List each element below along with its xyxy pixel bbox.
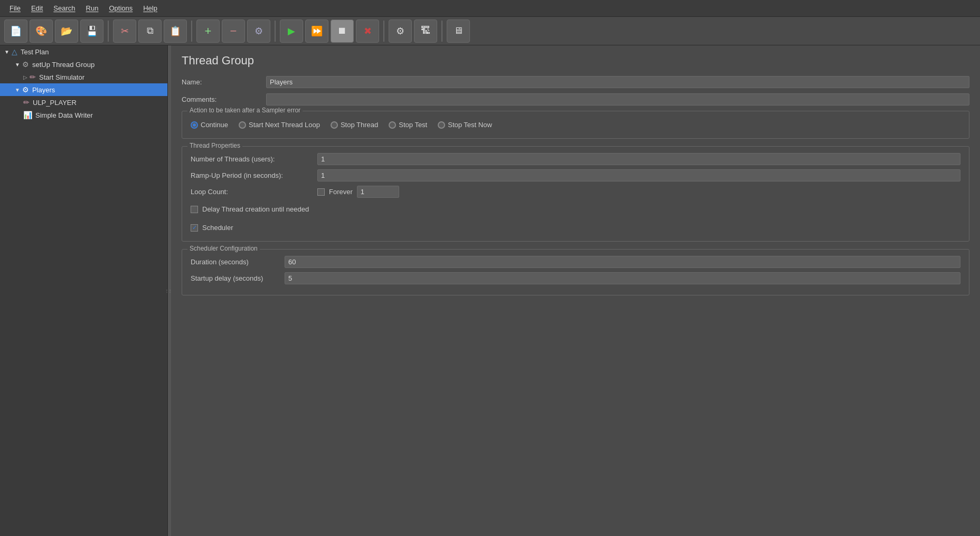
add-button[interactable]: +	[196, 20, 220, 43]
script-icon-ulp: ✏	[23, 98, 30, 107]
radio-label-stop-test: Stop Test	[399, 121, 427, 129]
scheduler-config-title: Scheduler Configuration	[187, 245, 260, 252]
radio-label-stop-thread: Stop Thread	[341, 121, 378, 129]
sidebar-item-players[interactable]: ▼ ⚙ Players	[0, 83, 167, 96]
comments-row: Comments:	[182, 93, 969, 106]
stop-button[interactable]: ⏹	[331, 20, 354, 43]
loop-count-row: Loop Count: Forever	[191, 186, 960, 198]
ramp-up-input[interactable]	[317, 169, 960, 181]
radio-circle-continue	[191, 121, 198, 129]
scheduler-row: ✓ Scheduler	[191, 224, 960, 232]
expand-icon-simulator: ▷	[23, 74, 27, 80]
settings-button[interactable]: ⚙	[247, 20, 270, 43]
cut-button[interactable]: ✂	[113, 20, 136, 43]
menu-run[interactable]: Run	[81, 2, 104, 14]
script-icon-simulator: ✏	[30, 73, 36, 81]
action-section-title: Action to be taken after a Sampler error	[187, 107, 303, 114]
thread-properties-title: Thread Properties	[187, 142, 242, 149]
duration-input[interactable]	[285, 256, 960, 268]
num-threads-row: Number of Threads (users):	[191, 153, 960, 165]
radio-continue[interactable]: Continue	[191, 121, 228, 129]
gear-icon-players: ⚙	[22, 85, 29, 94]
startup-delay-label: Startup delay (seconds)	[191, 274, 280, 282]
name-input[interactable]	[266, 76, 969, 88]
ramp-up-row: Ramp-Up Period (in seconds):	[191, 169, 960, 181]
ramp-up-label: Ramp-Up Period (in seconds):	[191, 171, 312, 179]
copy-button[interactable]: ⧉	[138, 20, 162, 43]
radio-stop-test-now[interactable]: Stop Test Now	[438, 121, 492, 129]
comments-input[interactable]	[266, 93, 969, 106]
open-template-button[interactable]: 🎨	[30, 20, 53, 43]
sidebar-item-label-simulator: Start Simulator	[39, 73, 84, 81]
menu-edit[interactable]: Edit	[26, 2, 48, 14]
remove-button[interactable]: −	[222, 20, 245, 43]
sidebar: ▼ △ Test Plan ▼ ⚙ setUp Thread Group ▷ ✏…	[0, 45, 168, 536]
menubar: File Edit Search Run Options Help	[0, 0, 980, 17]
radio-start-next-thread-loop[interactable]: Start Next Thread Loop	[239, 121, 320, 129]
remote-button[interactable]: 🖥	[447, 20, 470, 43]
radio-stop-test[interactable]: Stop Test	[389, 121, 427, 129]
delay-thread-row: Delay Thread creation until needed	[191, 205, 960, 213]
num-threads-input[interactable]	[317, 153, 960, 165]
open-button[interactable]: 📂	[55, 20, 78, 43]
start-no-pause-button[interactable]: ⏩	[305, 20, 328, 43]
sidebar-item-ulp-player[interactable]: ✏ ULP_PLAYER	[0, 96, 167, 109]
paste-button[interactable]: 📋	[164, 20, 187, 43]
startup-delay-input[interactable]	[285, 272, 960, 284]
radio-label-stop-test-now: Stop Test Now	[448, 121, 492, 129]
sidebar-item-label-players: Players	[32, 86, 55, 94]
duration-label: Duration (seconds)	[191, 258, 280, 266]
startup-delay-row: Startup delay (seconds)	[191, 272, 960, 284]
radio-circle-start-next	[239, 121, 246, 129]
radio-label-continue: Continue	[201, 121, 228, 129]
toolbar-separator-4	[383, 21, 384, 42]
num-threads-label: Number of Threads (users):	[191, 155, 312, 163]
forever-checkbox[interactable]	[317, 188, 325, 196]
radio-circle-stop-test-now	[438, 121, 445, 129]
new-button[interactable]: 📄	[4, 20, 27, 43]
toolbar-separator-2	[191, 21, 192, 42]
save-button[interactable]: 💾	[80, 20, 103, 43]
sidebar-item-setup-thread-group[interactable]: ▼ ⚙ setUp Thread Group	[0, 58, 167, 71]
start-button[interactable]: ▶	[280, 20, 303, 43]
radio-circle-stop-test	[389, 121, 396, 129]
data-icon-writer: 📊	[23, 111, 32, 119]
menu-help[interactable]: Help	[138, 2, 163, 14]
scheduler-config-section: Scheduler Configuration Duration (second…	[182, 249, 969, 295]
shutdown-button[interactable]: ✖	[356, 20, 379, 43]
name-row: Name:	[182, 76, 969, 88]
scheduler-label: Scheduler	[202, 224, 233, 232]
expand-icon-test-plan: ▼	[4, 49, 10, 55]
action-radio-group: Continue Start Next Thread Loop Stop Thr…	[191, 118, 960, 132]
scheduler-checkbox[interactable]: ✓	[191, 224, 198, 232]
expand-icon-players: ▼	[15, 87, 20, 93]
sidebar-item-test-plan[interactable]: ▼ △ Test Plan	[0, 45, 167, 58]
action-section: Action to be taken after a Sampler error…	[182, 111, 969, 139]
sidebar-item-label-ulp: ULP_PLAYER	[33, 99, 77, 107]
toolbar-separator-3	[275, 21, 276, 42]
radio-stop-thread[interactable]: Stop Thread	[331, 121, 378, 129]
menu-options[interactable]: Options	[103, 2, 138, 14]
toolbar-separator-5	[441, 21, 442, 42]
testplan-icon: △	[12, 47, 17, 56]
delay-thread-checkbox[interactable]	[191, 206, 198, 213]
forever-label: Forever	[329, 188, 353, 196]
expand-icon-setup: ▼	[15, 62, 20, 68]
loop-count-input[interactable]	[357, 186, 399, 198]
thread-props-grid: Number of Threads (users): Ramp-Up Perio…	[191, 153, 960, 235]
page-title: Thread Group	[182, 54, 969, 68]
gear-icon-setup: ⚙	[22, 60, 29, 69]
sidebar-item-simple-data-writer[interactable]: 📊 Simple Data Writer	[0, 109, 167, 121]
duration-row: Duration (seconds)	[191, 256, 960, 268]
radio-label-start-next: Start Next Thread Loop	[249, 121, 320, 129]
config2-button[interactable]: 🏗	[414, 20, 437, 43]
toolbar-separator-1	[108, 21, 109, 42]
config1-button[interactable]: ⚙	[389, 20, 412, 43]
menu-search[interactable]: Search	[48, 2, 80, 14]
content-panel: Thread Group Name: Comments: Action to b…	[171, 45, 980, 536]
main-layout: ▼ △ Test Plan ▼ ⚙ setUp Thread Group ▷ ✏…	[0, 45, 980, 536]
sidebar-item-start-simulator[interactable]: ▷ ✏ Start Simulator	[0, 71, 167, 83]
loop-forever-group: Forever	[317, 186, 399, 198]
delay-thread-label: Delay Thread creation until needed	[202, 205, 309, 213]
menu-file[interactable]: File	[4, 2, 26, 14]
